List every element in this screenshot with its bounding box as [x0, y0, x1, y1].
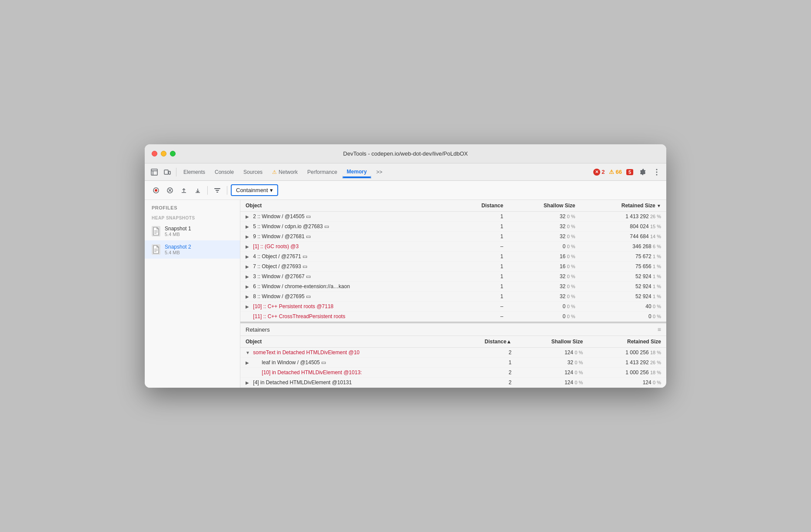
cell-retained: 346 268 6 % — [580, 242, 666, 252]
cell-retained: 0 0 % — [580, 312, 666, 322]
snapshot-2-icon — [152, 244, 160, 255]
settings-icon[interactable] — [637, 166, 649, 178]
traffic-lights[interactable] — [152, 151, 176, 156]
tab-network[interactable]: ⚠ Network — [268, 167, 302, 177]
ret-col-object[interactable]: Object — [240, 336, 453, 348]
cell-distance: 1 — [453, 292, 509, 302]
table-row[interactable]: ▶ 7 :: Object / @27693 ▭ 1 16 0 % 75 656… — [240, 262, 666, 272]
cell-retained: 40 0 % — [580, 302, 666, 312]
cell-object: ▶ 6 :: Window / chrome-extension://a…kao… — [240, 282, 453, 292]
filter-button[interactable] — [211, 184, 223, 196]
tab-more[interactable]: >> — [372, 167, 387, 177]
cell-retained: 52 924 1 % — [580, 292, 666, 302]
sidebar-snapshot-1[interactable]: Snapshot 1 5.4 MB — [145, 222, 240, 240]
upload-button[interactable] — [178, 184, 190, 196]
cell-retained: 75 656 1 % — [580, 262, 666, 272]
clear-button[interactable] — [164, 184, 176, 196]
cell-shallow: 32 0 % — [509, 212, 581, 222]
cell-retained: 1 413 292 26 % — [580, 212, 666, 222]
table-row[interactable]: [11] :: C++ CrossThreadPersistent roots … — [240, 312, 666, 322]
table-row[interactable]: ▶ [10] :: C++ Persistent roots @7118 – 0… — [240, 302, 666, 312]
tab-elements[interactable]: Elements — [179, 167, 209, 177]
cell-object: ▶ 7 :: Object / @27693 ▭ — [240, 262, 453, 272]
tab-bar: Elements Console Sources ⚠ Network Perfo… — [145, 163, 666, 181]
cell-shallow: 124 0 % — [517, 348, 588, 358]
toolbar: Containment ▾ — [145, 181, 666, 200]
lower-table-header: Object Distance▲ Shallow Size Retained S… — [240, 336, 666, 348]
upper-table-header: Object Distance Shallow Size Retained Si… — [240, 200, 666, 212]
maximize-button[interactable] — [170, 151, 176, 156]
table-row[interactable]: ▶ 6 :: Window / chrome-extension://a…kao… — [240, 282, 666, 292]
tab-console[interactable]: Console — [210, 167, 238, 177]
devtools-inspect-icon[interactable] — [148, 166, 160, 178]
cell-object: ▶ 9 :: Window / @27681 ▭ — [240, 232, 453, 242]
table-row[interactable]: ▶ 2 :: Window / @14505 ▭ 1 32 0 % 1 413 … — [240, 212, 666, 222]
cell-distance: – — [453, 312, 509, 322]
tab-sources[interactable]: Sources — [239, 167, 267, 177]
cell-object: ▶ [10] :: C++ Persistent roots @7118 — [240, 302, 453, 312]
record-button[interactable] — [150, 184, 162, 196]
close-button[interactable] — [152, 151, 157, 156]
table-row[interactable]: ▶ 4 :: Object / @27671 ▭ 1 16 0 % 75 672… — [240, 252, 666, 262]
scroll-icon: ≡ — [658, 326, 661, 333]
main-panels: Profiles HEAP SNAPSHOTS Snapshot 1 5.4 M… — [145, 200, 666, 388]
cell-distance: 2 — [453, 368, 517, 378]
col-retained-size[interactable]: Retained Size ▼ — [580, 200, 666, 212]
responsive-icon[interactable] — [161, 166, 173, 178]
upper-table-container: Object Distance Shallow Size Retained Si… — [240, 200, 666, 322]
table-row[interactable]: ▶ [1] :: (GC roots) @3 – 0 0 % 346 268 6… — [240, 242, 666, 252]
svg-point-5 — [656, 169, 658, 170]
more-options-icon[interactable] — [651, 166, 663, 178]
window-title: DevTools - codepen.io/web-dot-dev/live/P… — [343, 150, 468, 157]
col-shallow-size[interactable]: Shallow Size — [509, 200, 581, 212]
cell-shallow: 32 0 % — [509, 222, 581, 232]
table-row[interactable]: ▶ 9 :: Window / @27681 ▭ 1 32 0 % 744 68… — [240, 232, 666, 242]
snapshot-1-icon — [152, 226, 160, 236]
tab-memory[interactable]: Memory — [342, 167, 371, 177]
table-row[interactable]: [10] in Detached HTMLDivElement @1013: 2… — [240, 368, 666, 378]
table-row[interactable]: ▶ [4] in Detached HTMLDivElement @10131 … — [240, 378, 666, 388]
retainers-title: Retainers — [246, 326, 270, 333]
cell-distance: 1 — [453, 282, 509, 292]
cell-distance: 1 — [453, 272, 509, 282]
ret-col-shallow[interactable]: Shallow Size — [517, 336, 588, 348]
cell-shallow: 0 0 % — [509, 302, 581, 312]
tab-end-section: ✕ 2 ⚠ 66 5 — [593, 166, 663, 178]
cell-object: [11] :: C++ CrossThreadPersistent roots — [240, 312, 453, 322]
table-row[interactable]: ▶ 5 :: Window / cdpn.io @27683 ▭ 1 32 0 … — [240, 222, 666, 232]
cell-distance: 1 — [453, 358, 517, 368]
table-row[interactable]: ▶ leaf in Window / @14505 ▭ 1 32 0 % 1 4… — [240, 358, 666, 368]
network-warning-icon: ⚠ — [272, 169, 277, 175]
svg-rect-3 — [164, 170, 168, 174]
cell-distance: 2 — [453, 378, 517, 388]
cell-object: ▼ someText in Detached HTMLDivElement @1… — [240, 348, 453, 358]
tab-performance[interactable]: Performance — [303, 167, 342, 177]
table-row[interactable]: ▶ 3 :: Window / @27667 ▭ 1 32 0 % 52 924… — [240, 272, 666, 282]
minimize-button[interactable] — [161, 151, 166, 156]
ret-col-distance[interactable]: Distance▲ — [453, 336, 517, 348]
cell-distance: 1 — [453, 232, 509, 242]
cell-object: ▶ 8 :: Window / @27695 ▭ — [240, 292, 453, 302]
containment-dropdown[interactable]: Containment ▾ — [231, 184, 278, 196]
sidebar-snapshot-2[interactable]: Snapshot 2 5.4 MB — [145, 240, 240, 259]
cell-shallow: 16 0 % — [509, 252, 581, 262]
cell-object: ▶ 5 :: Window / cdpn.io @27683 ▭ — [240, 222, 453, 232]
cell-distance: 1 — [453, 212, 509, 222]
right-panel: Object Distance Shallow Size Retained Si… — [240, 200, 666, 388]
table-row[interactable]: ▶ 8 :: Window / @27695 ▭ 1 32 0 % 52 924… — [240, 292, 666, 302]
download-button[interactable] — [192, 184, 204, 196]
cell-object: ▶ 4 :: Object / @27671 ▭ — [240, 252, 453, 262]
cell-distance: – — [453, 242, 509, 252]
cell-retained: 124 0 % — [588, 378, 666, 388]
col-object[interactable]: Object — [240, 200, 453, 212]
ret-col-retained[interactable]: Retained Size — [588, 336, 666, 348]
cell-shallow: 124 0 % — [517, 368, 588, 378]
cell-object: ▶ 2 :: Window / @14505 ▭ — [240, 212, 453, 222]
table-row[interactable]: ▼ someText in Detached HTMLDivElement @1… — [240, 348, 666, 358]
cell-distance: 1 — [453, 222, 509, 232]
cell-shallow: 32 0 % — [509, 272, 581, 282]
cell-shallow: 0 0 % — [509, 312, 581, 322]
cell-retained: 1 000 256 18 % — [588, 348, 666, 358]
cell-shallow: 32 0 % — [509, 282, 581, 292]
col-distance[interactable]: Distance — [453, 200, 509, 212]
